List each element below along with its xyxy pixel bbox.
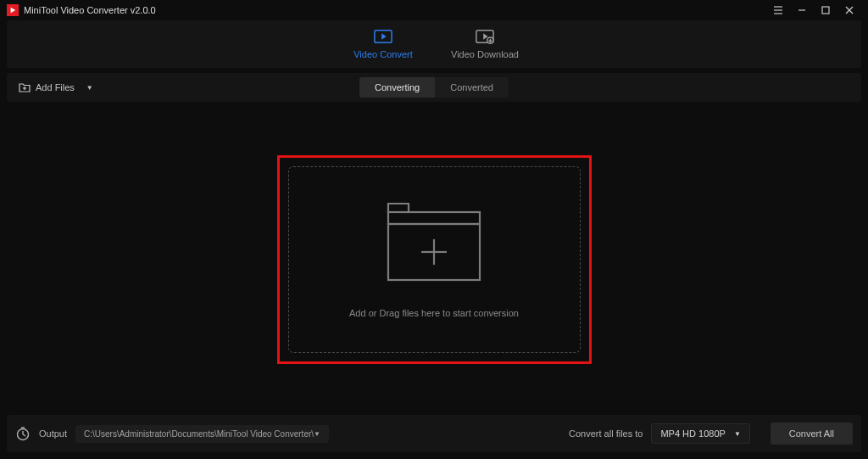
output-path-text: C:\Users\Administrator\Documents\MiniToo… bbox=[84, 429, 314, 439]
app-title: MiniTool Video Converter v2.0.0 bbox=[24, 5, 156, 15]
timer-icon[interactable] bbox=[15, 426, 31, 441]
tab-video-download-label: Video Download bbox=[451, 49, 519, 59]
close-button[interactable] bbox=[837, 0, 861, 20]
convert-all-to-label: Convert all files to bbox=[569, 428, 643, 439]
app-logo-icon bbox=[7, 4, 19, 16]
drop-zone-text: Add or Drag files here to start conversi… bbox=[349, 308, 519, 318]
output-path-select[interactable]: C:\Users\Administrator\Documents\MiniToo… bbox=[75, 425, 329, 443]
chevron-down-icon: ▼ bbox=[314, 430, 320, 438]
tab-video-convert[interactable]: Video Convert bbox=[332, 29, 434, 59]
highlight-annotation: Add or Drag files here to start conversi… bbox=[277, 155, 592, 364]
svg-marker-9 bbox=[381, 33, 387, 39]
bottom-bar: Output C:\Users\Administrator\Documents\… bbox=[7, 415, 861, 452]
add-files-button[interactable]: Add Files ▼ bbox=[14, 78, 98, 97]
folder-plus-icon bbox=[383, 200, 485, 288]
video-convert-icon bbox=[374, 29, 392, 44]
svg-rect-5 bbox=[822, 7, 829, 14]
title-bar: MiniTool Video Converter v2.0.0 bbox=[0, 0, 868, 20]
chevron-down-icon: ▼ bbox=[86, 84, 93, 92]
tab-converted[interactable]: Converted bbox=[435, 77, 509, 98]
add-files-label: Add Files bbox=[36, 82, 75, 92]
output-format-select[interactable]: MP4 HD 1080P ▼ bbox=[651, 423, 749, 444]
content-area: Add or Drag files here to start conversi… bbox=[0, 110, 868, 408]
menu-icon[interactable] bbox=[766, 0, 790, 20]
svg-rect-16 bbox=[388, 212, 480, 224]
status-tabs: Converting Converted bbox=[359, 77, 509, 98]
tab-video-download[interactable]: Video Download bbox=[434, 29, 536, 59]
tab-video-convert-label: Video Convert bbox=[353, 49, 413, 59]
convert-all-button[interactable]: Convert All bbox=[771, 423, 853, 445]
maximize-button[interactable] bbox=[814, 0, 837, 20]
output-label: Output bbox=[39, 428, 67, 439]
drop-zone[interactable]: Add or Drag files here to start conversi… bbox=[288, 166, 581, 353]
chevron-down-icon: ▼ bbox=[734, 430, 741, 438]
add-folder-icon bbox=[19, 81, 31, 93]
svg-marker-0 bbox=[11, 8, 16, 13]
svg-line-22 bbox=[23, 434, 25, 436]
video-download-icon bbox=[476, 29, 494, 44]
main-nav: Video Convert Video Download bbox=[7, 20, 861, 68]
minimize-button[interactable] bbox=[790, 0, 814, 20]
sub-toolbar: Add Files ▼ Converting Converted bbox=[7, 73, 861, 102]
output-format-text: MP4 HD 1080P bbox=[660, 428, 725, 439]
tab-converting[interactable]: Converting bbox=[359, 77, 435, 98]
